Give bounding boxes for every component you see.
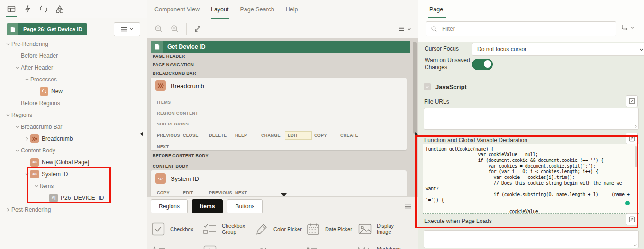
breadcrumb-region-card[interactable]: Breadcrumb ITEMSREGION CONTENTSUB REGION… xyxy=(151,78,407,150)
filter-input[interactable] xyxy=(441,25,599,33)
gallery-item-color-picker[interactable]: Color Picker xyxy=(251,218,302,240)
chevron-down-icon[interactable] xyxy=(24,172,30,177)
page-badge[interactable]: Page 26: Get Device ID xyxy=(7,23,87,35)
tab-page-search[interactable]: Page Search xyxy=(240,0,274,19)
section-collapse-button[interactable] xyxy=(424,83,431,90)
tree-item-before-regions[interactable]: Before Regions xyxy=(0,97,147,109)
resize-grip-icon[interactable] xyxy=(633,124,637,128)
tab-page[interactable]: Page xyxy=(429,6,443,13)
execute-page-loads-textarea[interactable] xyxy=(424,230,639,248)
gallery-item-markdown-editor[interactable]: Markdown Editor xyxy=(354,240,406,249)
region-action-previous[interactable]: PREVIOUS xyxy=(157,133,183,138)
chevron-down-icon xyxy=(414,205,418,209)
tab-layout[interactable]: Layout xyxy=(211,0,229,19)
gallery-item-display-image[interactable]: Display Image xyxy=(354,218,406,240)
chevron-down-icon[interactable] xyxy=(5,42,11,46)
chevron-down-icon[interactable] xyxy=(14,124,21,129)
region-action-copy[interactable]: COPY xyxy=(157,190,183,195)
tree-item-label: New [Global Page] xyxy=(42,159,89,166)
region-action-edit[interactable]: EDIT xyxy=(285,131,312,140)
processing-tab-button[interactable] xyxy=(38,1,49,17)
tab-page-underline xyxy=(428,17,446,18)
tree-item-label: Post-Rendering xyxy=(11,206,51,213)
dynamic-actions-tab-button[interactable] xyxy=(22,1,33,17)
system-id-region-card[interactable]: </> System ID COPYEDITPREVIOUSNEXT xyxy=(151,170,407,196)
resize-grip-icon[interactable] xyxy=(633,242,637,247)
tree-item-content-body[interactable]: Content Body xyxy=(0,144,147,156)
javascript-section-title: JavaScript xyxy=(435,83,467,90)
gallery-item-checkbox-group[interactable]: Checkbox Group xyxy=(199,218,251,240)
shared-components-tab-button[interactable] xyxy=(54,1,65,17)
goto-menu-button[interactable] xyxy=(620,24,635,32)
region-action-delete[interactable]: DELETE xyxy=(209,133,235,138)
tree-item-label: Content Body xyxy=(21,147,55,154)
gallery-item-label: Checkbox Group xyxy=(222,223,251,235)
canvas-page-bar[interactable]: Get Device ID xyxy=(151,41,410,53)
region-action-copy[interactable]: COPY xyxy=(314,133,340,138)
gallery-item-list-manager[interactable]: List Manager xyxy=(302,240,354,249)
chevron-right-icon[interactable] xyxy=(24,136,30,141)
tree-item-processes[interactable]: Processes xyxy=(0,73,147,85)
tree-item-system-id[interactable]: </>System ID xyxy=(0,168,147,180)
region-action-help[interactable]: HELP xyxy=(235,133,261,138)
rendering-tab-button[interactable] xyxy=(6,1,17,17)
zoom-in-button[interactable] xyxy=(170,24,180,34)
file-urls-textarea[interactable] xyxy=(424,108,639,130)
cursor-focus-select[interactable]: Do not focus cursor xyxy=(472,43,644,56)
collapse-left-panel-handle[interactable] xyxy=(140,132,143,136)
layout-menu-button[interactable] xyxy=(398,27,411,31)
gallery-item-file-browse[interactable]: File Browse... xyxy=(199,240,251,249)
gallery-tab-buttons[interactable]: Buttons xyxy=(227,199,263,213)
tab-component-view[interactable]: Component View xyxy=(154,0,200,19)
center-tab-bar: Component ViewLayoutPage SearchHelp xyxy=(147,0,418,19)
tree-item-new[interactable]: New xyxy=(0,85,147,97)
tree-menu-button[interactable] xyxy=(114,22,140,36)
gallery-menu-button[interactable] xyxy=(405,204,418,209)
tree-item-breadcrumb-bar[interactable]: Breadcrumb Bar xyxy=(0,121,147,133)
zoom-out-button[interactable] xyxy=(154,24,163,34)
gallery-tab-regions[interactable]: Regions xyxy=(151,199,188,213)
chevron-down-icon[interactable] xyxy=(5,113,11,117)
expand-button[interactable] xyxy=(193,25,202,33)
tree-item-post-rendering[interactable]: Post-Rendering xyxy=(0,204,147,215)
execute-page-loads-popup-button[interactable] xyxy=(626,213,638,225)
breadcrumb-actions-row2: NEXT xyxy=(151,144,407,149)
tree-item-label: Before Regions xyxy=(21,100,60,107)
file-urls-popup-button[interactable] xyxy=(626,95,638,107)
gallery-item-hidden[interactable]: Hidden xyxy=(251,240,302,249)
tree-item-after-header[interactable]: After Header xyxy=(0,62,147,73)
region-action-next[interactable]: NEXT xyxy=(157,144,183,149)
region-action-create[interactable]: CREATE xyxy=(340,133,366,138)
tree-item-new-global-page[interactable]: </>New [Global Page] xyxy=(0,156,147,168)
chevron-down-icon[interactable] xyxy=(14,65,21,70)
gallery-item-display-only[interactable]: Display Only xyxy=(147,240,199,249)
region-action-previous[interactable]: PREVIOUS xyxy=(209,190,235,195)
region-action-close[interactable]: CLOSE xyxy=(183,133,209,138)
execute-page-loads-label: Execute when Page Loads xyxy=(424,218,492,225)
tree-item-p26-device-id[interactable]: A|P26_DEVICE_ID xyxy=(0,192,147,204)
code-editor-scrollbar[interactable] xyxy=(635,146,637,167)
tree-item-items[interactable]: Items xyxy=(0,180,147,192)
splitter-handle[interactable] xyxy=(281,193,287,196)
gallery-item-checkbox[interactable]: Checkbox xyxy=(147,218,199,240)
function-declaration-popup-button[interactable] xyxy=(626,133,638,144)
tree-item-regions[interactable]: Regions xyxy=(0,109,147,121)
tree-item-before-header[interactable]: Before Header xyxy=(0,50,147,62)
gallery-tab-items[interactable]: Items xyxy=(192,199,223,213)
region-action-change[interactable]: CHANGE xyxy=(261,133,287,138)
canvas-scrollbar[interactable] xyxy=(413,42,417,134)
date-picker-icon xyxy=(305,223,321,235)
chevron-down-icon[interactable] xyxy=(14,148,21,153)
region-action-next[interactable]: NEXT xyxy=(235,190,261,195)
region-action-edit[interactable]: EDIT xyxy=(183,190,209,195)
function-declaration-code-editor[interactable]: function getCookie(name) { var cookieVal… xyxy=(423,144,639,214)
hamburger-icon xyxy=(120,27,127,32)
gallery-item-date-picker[interactable]: Date Picker xyxy=(302,218,354,240)
chevron-right-icon[interactable] xyxy=(5,207,11,212)
warn-unsaved-toggle[interactable] xyxy=(472,59,493,70)
tree-item-pre-rendering[interactable]: Pre-Rendering xyxy=(0,38,147,50)
chevron-down-icon[interactable] xyxy=(24,77,30,82)
tree-item-breadcrumb[interactable]: Breadcrumb xyxy=(0,133,147,144)
tab-help[interactable]: Help xyxy=(286,0,298,19)
chevron-down-icon[interactable] xyxy=(33,184,40,188)
